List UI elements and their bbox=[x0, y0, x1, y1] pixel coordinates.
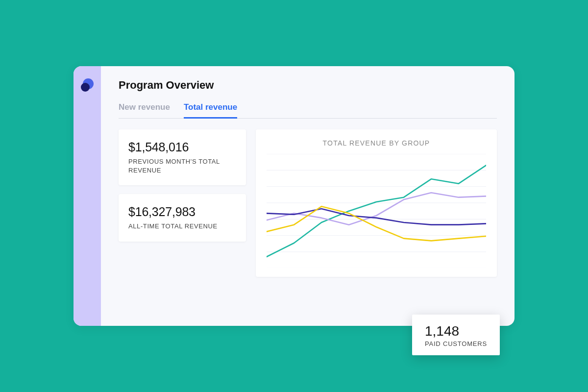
callout-value: 1,148 bbox=[425, 323, 487, 339]
svg-point-1 bbox=[81, 83, 90, 92]
callout-label: PAID CUSTOMERS bbox=[425, 340, 487, 347]
tabs: New revenue Total revenue bbox=[119, 102, 497, 119]
content-row: $1,548,016 PREVIOUS MONTH'S TOTAL REVENU… bbox=[119, 129, 497, 277]
main-panel: Program Overview New revenue Total reven… bbox=[101, 66, 514, 326]
sidebar bbox=[74, 66, 101, 326]
chart-title: TOTAL REVENUE BY GROUP bbox=[267, 139, 486, 147]
line-chart bbox=[267, 154, 486, 268]
stat-value: $1,548,016 bbox=[128, 140, 236, 154]
dashboard-card: Program Overview New revenue Total reven… bbox=[74, 66, 514, 326]
stat-card-all-time: $16,327,983 ALL-TIME TOTAL REVENUE bbox=[119, 194, 246, 242]
stat-value: $16,327,983 bbox=[128, 205, 236, 219]
page-title: Program Overview bbox=[119, 79, 497, 92]
stat-column: $1,548,016 PREVIOUS MONTH'S TOTAL REVENU… bbox=[119, 129, 246, 277]
tab-new-revenue[interactable]: New revenue bbox=[119, 102, 170, 119]
chart-area bbox=[267, 154, 486, 268]
app-logo-icon bbox=[80, 78, 95, 93]
stat-card-previous-month: $1,548,016 PREVIOUS MONTH'S TOTAL REVENU… bbox=[119, 129, 246, 185]
callout-paid-customers: 1,148 PAID CUSTOMERS bbox=[412, 315, 500, 355]
tab-total-revenue[interactable]: Total revenue bbox=[184, 102, 237, 119]
chart-card: TOTAL REVENUE BY GROUP bbox=[256, 129, 497, 277]
stat-label: PREVIOUS MONTH'S TOTAL REVENUE bbox=[128, 157, 236, 174]
stat-label: ALL-TIME TOTAL REVENUE bbox=[128, 222, 236, 231]
